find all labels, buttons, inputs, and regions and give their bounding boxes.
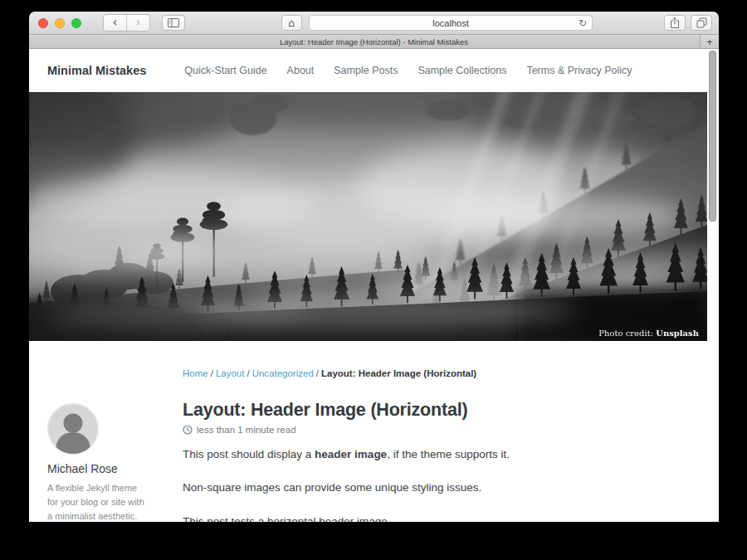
home-button[interactable]: ⌂ xyxy=(281,15,302,31)
history-nav-group: ‹ › xyxy=(103,14,150,32)
share-button[interactable] xyxy=(664,15,686,31)
home-icon: ⌂ xyxy=(288,17,295,29)
active-tab[interactable]: Layout: Header Image (Horizontal) - Mini… xyxy=(280,37,468,46)
tab-bar: Layout: Header Image (Horizontal) - Mini… xyxy=(29,35,719,49)
photo-credit: Photo credit: Unsplash xyxy=(590,325,707,341)
reload-icon[interactable]: ↻ xyxy=(579,18,587,28)
zoom-window-button[interactable] xyxy=(71,18,81,28)
tab-overview-button[interactable] xyxy=(691,15,712,31)
minimize-window-button[interactable] xyxy=(55,18,65,28)
breadcrumb-separator: / xyxy=(316,368,319,378)
foggy-forest-illustration xyxy=(29,92,707,341)
tabs-icon xyxy=(696,17,707,28)
browser-toolbar: ‹ › ⌂ localhost ↻ xyxy=(29,12,719,35)
url-text: localhost xyxy=(432,18,468,28)
sidebar-icon xyxy=(168,18,179,27)
article-main: Home/Layout/Uncategorized/Layout: Header… xyxy=(183,368,719,522)
site-title-link[interactable]: Minimal Mistakes xyxy=(47,64,146,77)
screenshot-stage: ‹ › ⌂ localhost ↻ xyxy=(0,0,747,560)
page-scrollbar-thumb[interactable] xyxy=(709,51,716,222)
close-window-button[interactable] xyxy=(38,18,48,28)
author-name: Michael Rose xyxy=(47,462,183,475)
traffic-lights xyxy=(38,18,81,28)
sidebar-toggle-button[interactable] xyxy=(162,15,185,31)
clock-icon xyxy=(183,425,193,435)
back-button[interactable]: ‹ xyxy=(104,15,126,31)
author-sidebar: Michael Rose A flexible Jekyll theme for… xyxy=(47,368,183,522)
breadcrumb-separator: / xyxy=(247,368,249,378)
site-masthead: Minimal Mistakes Quick-Start Guide About… xyxy=(29,49,719,92)
breadcrumb-separator: / xyxy=(211,368,213,378)
share-icon xyxy=(670,17,680,29)
breadcrumb-current: Layout: Header Image (Horizontal) xyxy=(321,368,476,378)
breadcrumb-link-uncategorized[interactable]: Uncategorized xyxy=(252,368,314,378)
page-meta: less than 1 minute read xyxy=(183,425,686,435)
paragraph-3: This post tests a horizontal header imag… xyxy=(183,514,686,523)
author-avatar xyxy=(47,403,99,455)
paragraph-1-bold: header image xyxy=(315,448,387,460)
paragraph-1-post: , if the theme supports it. xyxy=(387,448,510,460)
read-time: less than 1 minute read xyxy=(197,425,296,435)
breadcrumb: Home/Layout/Uncategorized/Layout: Header… xyxy=(183,368,686,378)
breadcrumb-link-home[interactable]: Home xyxy=(183,368,208,378)
new-tab-button[interactable]: + xyxy=(700,35,719,48)
paragraph-1: This post should display a header image,… xyxy=(183,446,686,463)
photo-credit-prefix: Photo credit: xyxy=(598,329,656,338)
page-title: Layout: Header Image (Horizontal) xyxy=(183,400,686,421)
author-bio: A flexible Jekyll theme for your blog or… xyxy=(47,481,149,522)
site-nav: Quick-Start Guide About Sample Posts Sam… xyxy=(184,65,632,76)
nav-item-sample-posts[interactable]: Sample Posts xyxy=(334,65,398,76)
paragraph-1-pre: This post should display a xyxy=(183,448,315,460)
nav-item-terms-privacy[interactable]: Terms & Privacy Policy xyxy=(526,65,632,76)
paragraph-2: Non-square images can provide some uniqu… xyxy=(183,480,686,496)
address-bar[interactable]: localhost ↻ xyxy=(309,15,593,31)
nav-item-about[interactable]: About xyxy=(287,65,315,76)
nav-item-quick-start-guide[interactable]: Quick-Start Guide xyxy=(184,65,266,76)
browser-window: ‹ › ⌂ localhost ↻ xyxy=(29,12,719,533)
breadcrumb-link-layout[interactable]: Layout xyxy=(216,368,245,378)
header-image: Photo credit: Unsplash xyxy=(29,92,707,341)
photo-credit-link[interactable]: Unsplash xyxy=(656,329,699,338)
page-viewport: Minimal Mistakes Quick-Start Guide About… xyxy=(29,49,719,522)
nav-item-sample-collections[interactable]: Sample Collections xyxy=(417,65,506,76)
content-row: Michael Rose A flexible Jekyll theme for… xyxy=(29,341,719,522)
forward-button[interactable]: › xyxy=(126,15,149,31)
